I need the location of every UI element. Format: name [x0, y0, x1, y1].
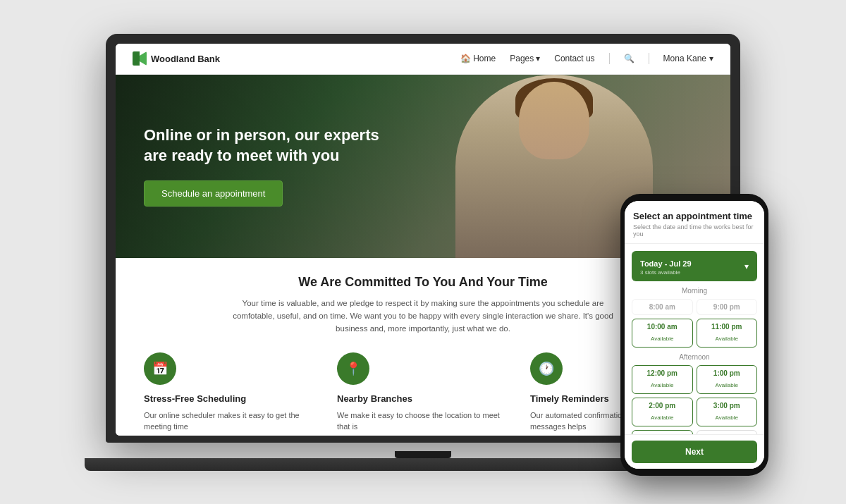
afternoon-label: Afternoon: [632, 353, 757, 361]
time-slot-1pm[interactable]: 1:00 pm Available: [697, 365, 758, 394]
laptop-notch: [395, 451, 451, 458]
next-button[interactable]: Next: [632, 441, 757, 463]
feature-scheduling-desc: Our online scheduler makes it easy to ge…: [144, 410, 316, 433]
nav-home[interactable]: 🏠 Home: [460, 54, 496, 63]
time-10am-status: Available: [651, 336, 673, 342]
nav-divider-2: [649, 53, 649, 64]
nav-contact[interactable]: Contact us: [554, 54, 594, 63]
features-grid: 📅 Stress-Free Scheduling Our online sche…: [144, 352, 702, 433]
morning-slots: 8:00 am 9:00 pm 10:00 am Available 11:00…: [632, 299, 757, 348]
calendar-icon: 📅: [144, 352, 176, 385]
hero-title: Online or in person, our experts are rea…: [144, 125, 384, 166]
feature-branches: 📍 Nearby Branches We make it easy to cho…: [337, 352, 509, 433]
date-selector-info: Today - Jul 29 3 slots available: [640, 257, 692, 276]
time-9pm: 9:00 pm: [701, 303, 753, 311]
time-1pm: 1:00 pm: [701, 369, 753, 377]
user-menu[interactable]: Mona Kane ▾: [663, 54, 713, 63]
search-icon[interactable]: 🔍: [624, 54, 634, 63]
feature-scheduling: 📅 Stress-Free Scheduling Our online sche…: [144, 352, 316, 433]
time-11pm: 11:00 pm: [701, 323, 753, 331]
phone: Select an appointment time Select the da…: [620, 194, 768, 476]
commitment-desc: Your time is valuable, and we pledge to …: [226, 297, 620, 336]
time-1pm-status: Available: [716, 382, 738, 388]
commitment-title: We Are Committed To You And Your Time: [144, 275, 702, 290]
nav-divider: [609, 53, 610, 64]
location-icon: 📍: [337, 352, 369, 385]
navbar: Woodland Bank 🏠 Home Pages ▾: [116, 44, 730, 75]
time-12pm: 12:00 pm: [637, 369, 688, 377]
feature-branches-desc: We make it easy to choose the location t…: [337, 410, 509, 433]
nav-links: 🏠 Home Pages ▾ Contact us 🔍: [460, 53, 713, 64]
phone-title: Select an appointment time: [633, 211, 756, 221]
time-slot-3pm[interactable]: 3:00 pm Available: [697, 398, 758, 426]
date-label: Today - Jul 29: [640, 259, 692, 268]
time-slot-2pm[interactable]: 2:00 pm Available: [632, 398, 693, 426]
afternoon-slots: 12:00 pm Available 1:00 pm Available 2:0…: [632, 365, 757, 434]
phone-footer: Next: [625, 434, 764, 469]
phone-subtitle: Select the date and time the works best …: [633, 223, 756, 238]
brand-name: Woodland Bank: [151, 54, 220, 64]
logo-icon-left: [133, 51, 140, 66]
date-chevron-icon: ▾: [744, 262, 749, 271]
chevron-down-icon: ▾: [536, 54, 540, 63]
time-slot-8am[interactable]: 8:00 am: [632, 299, 693, 315]
time-2pm-status: Available: [651, 414, 673, 421]
date-slots: 3 slots available: [640, 269, 692, 276]
phone-header: Select an appointment time Select the da…: [625, 201, 764, 244]
phone-screen: Select an appointment time Select the da…: [625, 201, 764, 469]
time-11pm-status: Available: [716, 336, 738, 342]
feature-reminders-title: Timely Reminders: [530, 393, 609, 404]
feature-scheduling-title: Stress-Free Scheduling: [144, 393, 246, 404]
morning-label: Morning: [632, 287, 757, 295]
scene: Woodland Bank 🏠 Home Pages ▾: [0, 0, 846, 504]
time-slot-12pm[interactable]: 12:00 pm Available: [632, 365, 693, 394]
time-slot-11pm[interactable]: 11:00 pm Available: [697, 319, 758, 348]
schedule-button[interactable]: Schedule an appointment: [144, 180, 283, 207]
time-3pm: 3:00 pm: [701, 402, 753, 410]
time-12pm-status: Available: [651, 382, 673, 388]
feature-branches-title: Nearby Branches: [337, 393, 412, 404]
time-2pm: 2:00 pm: [637, 402, 688, 410]
clock-icon: 🕐: [530, 352, 563, 385]
time-3pm-status: Available: [716, 414, 738, 421]
logo-container: Woodland Bank: [133, 51, 220, 66]
person-head: [519, 82, 589, 159]
hero-content: Online or in person, our experts are rea…: [116, 125, 412, 206]
nav-pages[interactable]: Pages ▾: [510, 54, 540, 63]
logo-icon-right: [140, 51, 147, 66]
phone-content: Today - Jul 29 3 slots available ▾ Morni…: [625, 244, 764, 434]
time-8am: 8:00 am: [637, 303, 688, 311]
time-slot-9pm[interactable]: 9:00 pm: [697, 299, 758, 315]
time-10am: 10:00 am: [637, 323, 688, 331]
user-chevron-icon: ▾: [709, 54, 713, 63]
date-selector[interactable]: Today - Jul 29 3 slots available ▾: [632, 251, 757, 281]
home-icon: 🏠: [460, 54, 471, 63]
logo-icon: [133, 51, 147, 66]
time-slot-10am[interactable]: 10:00 am Available: [632, 319, 693, 348]
